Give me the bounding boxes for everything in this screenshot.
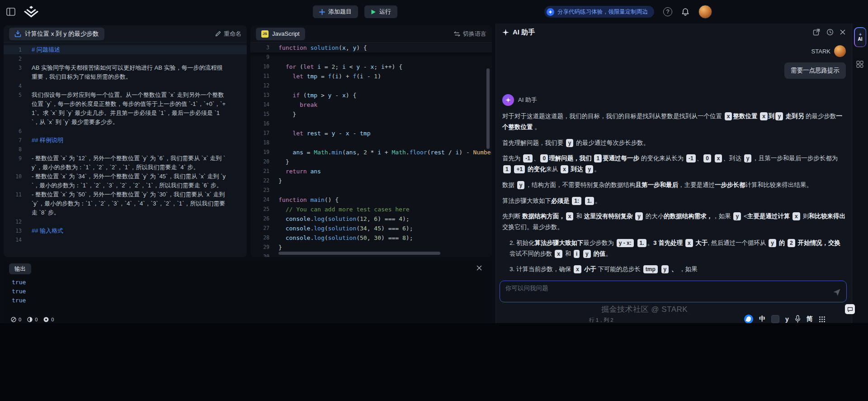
errors-icon[interactable] (11, 317, 16, 322)
close-icon[interactable] (476, 265, 482, 271)
chat-input-box[interactable] (500, 281, 847, 302)
widgets-icon[interactable] (856, 61, 863, 68)
ime-language-toggle[interactable]: 中 (759, 315, 765, 323)
ime-skin-icon[interactable] (771, 315, 779, 323)
sidebar-toggle-icon[interactable] (6, 8, 15, 16)
code-line-text (269, 252, 278, 257)
microphone-icon[interactable] (795, 315, 801, 323)
problems-status: 0 0 0 (11, 317, 57, 322)
code-editor[interactable]: 3 function solution(x, y) { 910 for (let… (250, 43, 492, 257)
ai-dock-button[interactable]: AI (854, 27, 866, 47)
markdown-text (22, 217, 226, 226)
code-token: ); (402, 215, 410, 222)
line-number: 12 (250, 81, 269, 91)
text-segment: , 然后通过一个循环从 (708, 239, 768, 246)
code-token: 30 (374, 234, 381, 241)
switch-language-button[interactable]: 切换语言 (454, 30, 486, 38)
inline-code-chip: 0 (540, 154, 548, 162)
markdown-text: ## 输入格式 (22, 226, 226, 235)
problem-markdown-editor[interactable]: 1# 问题描述23AB 实验同学每天都很苦恼如何可以更好地进行 AB 实验，每一… (4, 44, 247, 257)
problem-line-list: 1# 问题描述23AB 实验同学每天都很苦恼如何可以更好地进行 AB 实验，每一… (4, 45, 247, 244)
markdown-text: ## 样例说明 (22, 136, 226, 145)
vertical-scrollbar[interactable] (486, 68, 490, 149)
text-segment (632, 213, 634, 220)
assistant-avatar (502, 94, 514, 106)
rename-label: 重命名 (224, 30, 241, 38)
text-segment: 一步步长都 (715, 181, 745, 188)
code-token: , (367, 215, 374, 222)
add-problem-button[interactable]: 添加题目 (313, 5, 358, 18)
sticky-code: function solution(x, y) { (269, 43, 367, 53)
text-segment: 必须是 (551, 197, 570, 204)
inline-code-chip: y - x: (617, 239, 634, 247)
run-button[interactable]: 运行 (364, 5, 397, 18)
text-segment (580, 250, 582, 257)
horizontal-scrollbar[interactable] (278, 252, 440, 255)
feedback-chat-icon[interactable] (845, 304, 855, 314)
code-token: let (303, 63, 314, 70)
text-segment (785, 239, 787, 246)
chat-input[interactable] (505, 285, 822, 291)
inline-code-chip: tmp (643, 265, 658, 273)
ai-paragraph: 算法步骤大致如下必须是 1: 1.。 (502, 196, 846, 206)
promo-banner[interactable]: 分享代码练习体验，领限量定制周边 (544, 6, 654, 18)
line-number: 14 (4, 235, 22, 244)
inline-code-chip: 0 (703, 154, 711, 162)
ai-paragraph: 3. 计算当前步数，确保 x 小于 下可能的总步长 tmp y 、 ，如果 (502, 264, 846, 275)
code-token: log (314, 215, 324, 222)
code-line-text (269, 138, 278, 148)
text-segment (790, 213, 792, 220)
sparkle-icon (859, 33, 862, 36)
info-icon[interactable] (43, 317, 49, 322)
user-avatar[interactable] (698, 5, 712, 19)
code-line-text: if (tmp > y - x) { (269, 91, 356, 100)
text-segment: < (742, 213, 747, 220)
line-number: 18 (250, 138, 269, 148)
inline-code-chip: x (574, 265, 581, 273)
ime-menu-grid-icon[interactable] (819, 316, 826, 323)
problem-line: 6 (4, 127, 247, 136)
code-token: - (462, 149, 473, 156)
code-line: 24function main() { (250, 195, 492, 205)
tab-javascript[interactable]: JS JavaScript (256, 28, 305, 40)
markdown-text: AB 实验同学每天都很苦恼如何可以更好地进行 AB 实验，每一步的流程很重要，我… (22, 63, 226, 81)
topbar-actions: 添加题目 运行 (313, 5, 397, 18)
bell-icon[interactable] (681, 8, 689, 16)
warnings-icon[interactable] (27, 317, 33, 322)
output-tab[interactable]: 输出 (9, 263, 31, 274)
close-icon[interactable] (840, 29, 845, 35)
editor-header: JS JavaScript 切换语言 (250, 25, 492, 43)
ime-logo-icon[interactable] (744, 315, 753, 324)
text-segment: 2. 初始化 (509, 239, 535, 246)
problem-title-chip[interactable]: 计算位置 x 到 y 的最少步数 (9, 28, 104, 40)
share-icon[interactable] (813, 29, 820, 36)
ime-pinyin-indicator[interactable]: y (785, 315, 789, 323)
send-icon[interactable] (833, 288, 841, 298)
code-token: 1 (374, 73, 377, 80)
ime-simplified-toggle[interactable]: 简 (807, 315, 813, 323)
rename-button[interactable]: 重命名 (215, 30, 241, 38)
history-icon[interactable] (826, 29, 834, 36)
code-token: ans (346, 149, 356, 156)
user-message-avatar (834, 45, 846, 57)
problem-title: 计算位置 x 到 y 的最少步数 (25, 30, 99, 38)
code-line-text (269, 53, 278, 62)
code-line-text (269, 119, 278, 129)
plus-icon (319, 9, 325, 15)
ai-paragraph-list: 对于对于这道题这道题，我们的目标，我们的目标是找到从整数是找到从一个位置 x整数… (502, 111, 846, 275)
line-number: 8 (4, 145, 22, 154)
juejin-logo[interactable] (24, 6, 39, 18)
code-token: rest (307, 130, 321, 137)
code-token: . (406, 149, 410, 156)
help-icon[interactable]: ? (663, 7, 672, 16)
code-token: = (321, 63, 331, 70)
code-token: ) (459, 149, 462, 156)
code-token: + (342, 73, 353, 80)
line-number: 11 (250, 72, 269, 81)
line-number: 30 (250, 252, 269, 257)
user-name: STARK (811, 48, 830, 55)
code-token: log (314, 225, 324, 232)
markdown-text (22, 81, 226, 91)
line-number: 20 (250, 157, 269, 167)
output-line: true (12, 278, 26, 287)
